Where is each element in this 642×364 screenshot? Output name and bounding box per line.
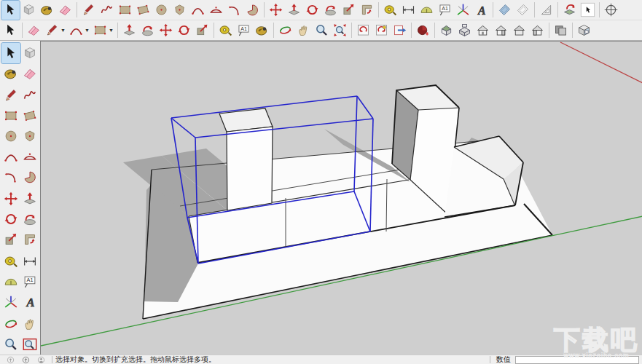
tool-rectangle[interactable]: ▼ xyxy=(91,21,115,40)
tool-offset[interactable] xyxy=(358,1,376,20)
tool-select[interactable] xyxy=(1,1,20,20)
tool-3d-text[interactable] xyxy=(472,1,490,20)
tool-arc[interactable] xyxy=(189,1,207,20)
tool-export-view[interactable] xyxy=(391,21,409,40)
dropdown-arrow-icon[interactable]: ▼ xyxy=(109,28,114,33)
tool-paint-bucket[interactable] xyxy=(253,21,271,40)
tool-line[interactable]: ▼ xyxy=(43,21,67,40)
tool-top-view[interactable] xyxy=(455,21,474,40)
tool-front-view[interactable] xyxy=(474,21,492,40)
tool-dimension[interactable] xyxy=(20,251,39,272)
tool-component[interactable] xyxy=(20,43,39,63)
tool-section-display[interactable] xyxy=(514,1,532,20)
tool-pie[interactable] xyxy=(243,1,262,20)
tool-freehand[interactable] xyxy=(20,85,39,106)
tool-paint-bucket[interactable] xyxy=(38,1,56,20)
tool-section-fill[interactable] xyxy=(537,1,555,20)
tool-push-pull[interactable] xyxy=(285,1,303,20)
tool-zoom-extents[interactable] xyxy=(331,21,349,40)
tool-rectangle[interactable] xyxy=(116,1,134,20)
tool-previous-view[interactable] xyxy=(354,21,372,40)
geolocation-button[interactable] xyxy=(7,356,15,364)
tool-text[interactable] xyxy=(20,272,39,292)
tool-rotate[interactable] xyxy=(303,1,321,20)
tool-paint-bucket[interactable] xyxy=(1,63,20,84)
tool-iso-view[interactable] xyxy=(437,21,455,40)
tool-move[interactable] xyxy=(157,21,175,40)
tool-text[interactable] xyxy=(235,21,253,40)
tool-line[interactable] xyxy=(1,85,20,106)
tool-eraser[interactable] xyxy=(56,1,74,20)
tool-two-point-arc[interactable] xyxy=(207,1,225,20)
tool-tape-measure[interactable] xyxy=(381,1,399,20)
tool-scale[interactable] xyxy=(1,229,20,250)
tool-push-pull[interactable] xyxy=(120,21,138,40)
tool-shadows[interactable] xyxy=(414,21,432,40)
tool-orbit[interactable] xyxy=(276,21,294,40)
tool-polygon[interactable] xyxy=(20,126,39,146)
tool-three-point-arc[interactable] xyxy=(1,167,20,187)
tool-line[interactable] xyxy=(79,1,98,20)
tool-instructor[interactable] xyxy=(579,1,597,20)
tool-rotate[interactable] xyxy=(175,21,193,40)
tool-select[interactable] xyxy=(1,21,20,40)
tool-crosshair[interactable] xyxy=(602,1,620,20)
tool-rectangle[interactable] xyxy=(1,106,20,126)
tool-follow-me[interactable] xyxy=(321,1,340,20)
tool-move[interactable] xyxy=(1,189,20,209)
tool-protractor[interactable] xyxy=(1,272,20,292)
tool-tape-measure[interactable] xyxy=(1,251,20,272)
tool-pie[interactable] xyxy=(20,167,39,187)
dropdown-arrow-icon[interactable]: ▼ xyxy=(60,28,66,33)
tool-protractor[interactable] xyxy=(418,1,436,20)
tool-circle[interactable] xyxy=(1,126,20,146)
tool-pan[interactable] xyxy=(20,314,39,334)
tool-back-view[interactable] xyxy=(510,21,528,40)
tool-follow-me[interactable] xyxy=(20,209,39,229)
tool-rotate[interactable] xyxy=(1,209,20,229)
vcb-input[interactable] xyxy=(515,356,639,364)
tool-push-pull[interactable] xyxy=(20,189,39,209)
tool-component[interactable] xyxy=(20,1,38,20)
column-box[interactable] xyxy=(219,108,273,210)
tool-rotated-rectangle[interactable] xyxy=(20,106,39,126)
tool-orbit[interactable] xyxy=(1,314,20,334)
tool-circle[interactable] xyxy=(152,1,171,20)
tool-left-view[interactable] xyxy=(528,21,547,40)
tool-dimension[interactable] xyxy=(399,1,418,20)
tool-zoom[interactable] xyxy=(1,334,20,355)
tool-pan[interactable] xyxy=(294,21,313,40)
tool-eraser[interactable] xyxy=(20,63,39,84)
tool-right-view[interactable] xyxy=(492,21,510,40)
tool-three-point-arc[interactable] xyxy=(225,1,243,20)
tool-eraser[interactable] xyxy=(25,21,43,40)
tool-zoom[interactable] xyxy=(313,21,331,40)
tool-follow-me[interactable] xyxy=(138,21,157,40)
tool-arc[interactable]: ▼ xyxy=(67,21,91,40)
tool-rotated-rectangle[interactable] xyxy=(134,1,152,20)
tool-3d-text[interactable] xyxy=(20,292,39,312)
tool-select[interactable] xyxy=(1,43,20,63)
viewport-3d[interactable]: 下载吧 www.xiazaiba.com xyxy=(40,41,642,355)
tool-section-plane[interactable] xyxy=(496,1,514,20)
tool-tape-measure[interactable] xyxy=(216,21,235,40)
tool-text[interactable] xyxy=(436,1,454,20)
tool-axes[interactable] xyxy=(1,292,20,312)
tool-axes[interactable] xyxy=(454,1,472,20)
sign-in-button[interactable] xyxy=(37,356,45,364)
tool-two-point-arc[interactable] xyxy=(20,146,39,167)
tool-styles[interactable] xyxy=(552,21,570,40)
tool-look-around[interactable] xyxy=(560,1,579,20)
tool-zoom-window[interactable] xyxy=(20,334,39,355)
dropdown-arrow-icon[interactable]: ▼ xyxy=(85,28,90,33)
tool-photo-match[interactable] xyxy=(575,21,593,40)
tool-offset[interactable] xyxy=(20,229,39,250)
tool-arc[interactable] xyxy=(1,146,20,167)
tool-scale[interactable] xyxy=(340,1,358,20)
tool-freehand[interactable] xyxy=(98,1,116,20)
tool-polygon[interactable] xyxy=(171,1,189,20)
tool-move[interactable] xyxy=(267,1,285,20)
claim-credit-button[interactable] xyxy=(22,356,30,364)
tool-scale[interactable] xyxy=(193,21,211,40)
tool-next-view[interactable] xyxy=(372,21,391,40)
